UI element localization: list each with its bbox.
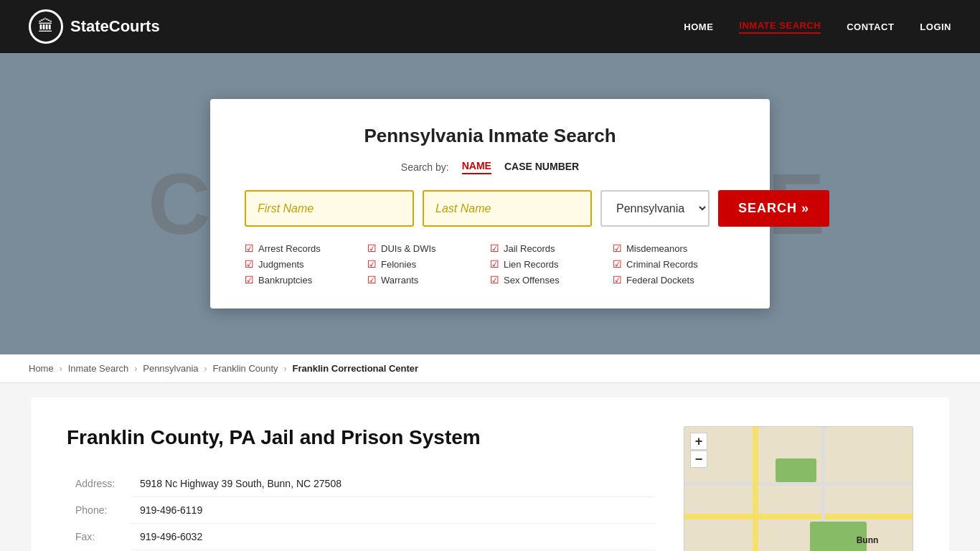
fax-value: 919-496-6032 [131,524,655,550]
feature-label-misdemeanors: Misdemeanors [626,243,687,254]
check-icon-felonies: ☑ [367,258,377,270]
check-icon-sex-offenses: ☑ [490,274,499,286]
address-row: Address: 5918 Nc Highway 39 South, Bunn,… [67,471,655,497]
feature-label-criminal: Criminal Records [626,259,698,270]
first-name-input[interactable] [245,190,414,227]
nav-inmate-search[interactable]: INMATE SEARCH [739,20,821,34]
search-by-label: Search by: [401,161,449,173]
tab-case-number[interactable]: CASE NUMBER [504,161,579,174]
feature-duis: ☑ DUIs & DWIs [367,242,490,254]
check-icon-lien: ☑ [490,258,499,270]
feature-label-jail: Jail Records [504,243,555,254]
check-icon-arrest: ☑ [245,242,254,254]
tab-name[interactable]: NAME [462,160,491,174]
last-name-input[interactable] [423,190,592,227]
breadcrumb-sep-3: › [204,364,207,374]
features-grid: ☑ Arrest Records ☑ DUIs & DWIs ☑ Jail Re… [245,242,735,286]
address-label: Address: [67,471,131,497]
breadcrumb-pennsylvania[interactable]: Pennsylvania [143,363,198,374]
info-table: Address: 5918 Nc Highway 39 South, Bunn,… [67,471,655,551]
check-icon-duis: ☑ [367,242,377,254]
fax-label: Fax: [67,524,131,550]
site-logo[interactable]: 🏛 StateCourts [29,9,160,44]
feature-jail-records: ☑ Jail Records [490,242,613,254]
feature-label-lien: Lien Records [504,259,559,270]
nav-login[interactable]: LOGIN [920,22,951,32]
search-by-row: Search by: NAME CASE NUMBER [245,160,735,174]
map-city-label: Bunn [857,535,879,545]
state-select[interactable]: Pennsylvania Alabama Alaska California F… [600,190,710,227]
check-icon-judgments: ☑ [245,258,254,270]
feature-criminal-records: ☑ Criminal Records [613,258,735,270]
search-button[interactable]: SEARCH » [718,190,829,227]
breadcrumb-inmate-search[interactable]: Inmate Search [68,363,129,374]
breadcrumb: Home › Inmate Search › Pennsylvania › Fr… [0,354,980,383]
map-visual[interactable]: Bunn + − [684,427,913,551]
phone-row: Phone: 919-496-6119 [67,497,655,524]
phone-value: 919-496-6119 [131,497,655,524]
feature-lien-records: ☑ Lien Records [490,258,613,270]
feature-label-felonies: Felonies [381,259,416,270]
search-inputs-row: Pennsylvania Alabama Alaska California F… [245,190,735,227]
feature-label-bankruptcies: Bankruptcies [258,275,312,286]
feature-label-arrest: Arrest Records [258,243,321,254]
check-icon-misdemeanors: ☑ [613,242,622,254]
check-icon-federal: ☑ [613,274,622,286]
breadcrumb-sep-2: › [134,364,137,374]
main-nav: HOME INMATE SEARCH CONTACT LOGIN [684,20,951,34]
feature-label-federal: Federal Dockets [626,275,694,286]
feature-felonies: ☑ Felonies [367,258,490,270]
hero-section: COURTHOUSE Pennsylvania Inmate Search Se… [0,53,980,354]
fax-row: Fax: 919-496-6032 [67,524,655,550]
feature-label-duis: DUIs & DWIs [381,243,436,254]
feature-arrest-records: ☑ Arrest Records [245,242,367,254]
feature-misdemeanors: ☑ Misdemeanors [613,242,735,254]
breadcrumb-sep-1: › [60,364,62,374]
feature-sex-offenses: ☑ Sex Offenses [490,274,613,286]
feature-bankruptcies: ☑ Bankruptcies [245,274,367,286]
logo-icon: 🏛 [29,9,63,44]
search-card-title: Pennsylvania Inmate Search [245,125,735,147]
feature-warrants: ☑ Warrants [367,274,490,286]
check-icon-bankruptcies: ☑ [245,274,254,286]
feature-label-warrants: Warrants [381,275,418,286]
nav-home[interactable]: HOME [684,22,713,32]
address-value: 5918 Nc Highway 39 South, Bunn, NC 27508 [131,471,655,497]
map-controls[interactable]: + − [690,433,707,468]
logo-text: StateCourts [70,17,160,36]
feature-label-judgments: Judgments [258,259,304,270]
content-section: Franklin County, PA Jail and Prison Syst… [0,383,980,551]
breadcrumb-franklin-county[interactable]: Franklin County [213,363,278,374]
check-icon-jail: ☑ [490,242,499,254]
check-icon-warrants: ☑ [367,274,377,286]
zoom-out-button[interactable]: − [690,451,707,468]
breadcrumb-home[interactable]: Home [29,363,54,374]
feature-label-sex-offenses: Sex Offenses [504,275,560,286]
map-container: Bunn + − [684,426,913,551]
feature-federal-dockets: ☑ Federal Dockets [613,274,735,286]
phone-label: Phone: [67,497,131,524]
check-icon-criminal: ☑ [613,258,622,270]
facility-info: Franklin County, PA Jail and Prison Syst… [67,426,655,551]
facility-title: Franklin County, PA Jail and Prison Syst… [67,426,655,449]
breadcrumb-sep-4: › [284,364,287,374]
feature-judgments: ☑ Judgments [245,258,367,270]
nav-contact[interactable]: CONTACT [847,22,894,32]
content-card: Franklin County, PA Jail and Prison Syst… [31,397,949,551]
zoom-in-button[interactable]: + [690,433,707,450]
search-card: Pennsylvania Inmate Search Search by: NA… [210,99,770,309]
breadcrumb-current: Franklin Correctional Center [293,363,419,374]
site-header: 🏛 StateCourts HOME INMATE SEARCH CONTACT… [0,0,980,53]
